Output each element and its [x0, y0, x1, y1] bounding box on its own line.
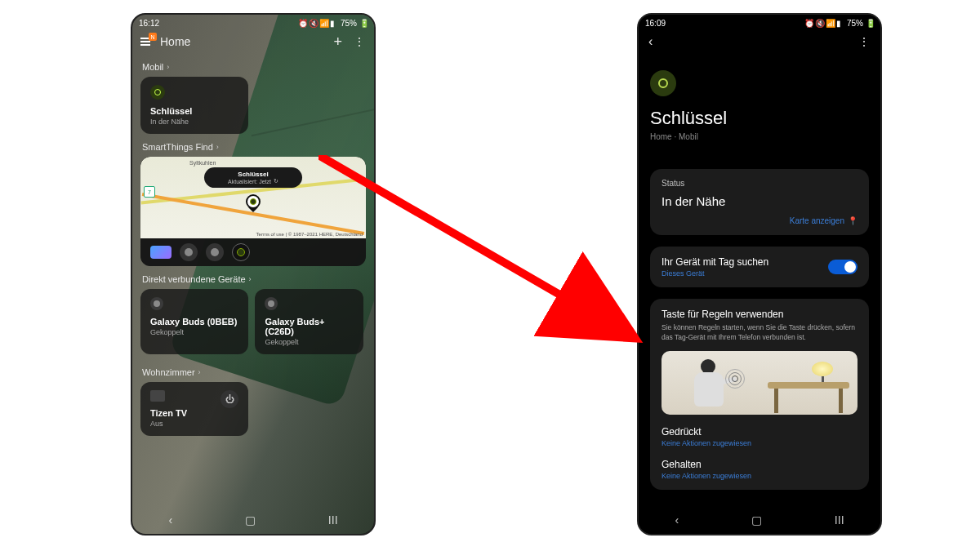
device-title: Tizen TV	[150, 408, 187, 418]
device-card-buds2[interactable]: Galaxy Buds+ (C26D) Gekoppelt	[255, 289, 363, 354]
app-bar: ‹ ⋮	[639, 29, 880, 54]
notification-badge: N	[149, 33, 157, 41]
search-tag-toggle[interactable]	[828, 260, 858, 274]
mute-icon: 🔇	[309, 19, 317, 27]
status-card: Status In der Nähe Karte anzeigen 📍	[650, 169, 869, 235]
status-time: 16:09	[645, 19, 666, 28]
alarm-icon: ⏰	[298, 19, 306, 27]
device-card-buds1[interactable]: Galaxy Buds (0BEB) Gekoppelt	[140, 289, 248, 354]
device-title: Galaxy Buds (0BEB)	[150, 317, 238, 327]
section-mobil-label: Mobil	[142, 62, 163, 72]
page-title: Home	[160, 35, 190, 48]
wifi-icon: 📶	[319, 19, 327, 27]
nav-home[interactable]: ▢	[245, 513, 256, 527]
action-held-sub: Keine Aktionen zugewiesen	[662, 472, 858, 480]
power-button[interactable]: ⏻	[220, 390, 238, 408]
find-tab-buds1[interactable]	[180, 243, 198, 261]
action-held-title: Gehalten	[662, 459, 858, 470]
nav-bar: ‹ ▢ III	[132, 506, 374, 534]
battery-icon: 🔋	[866, 19, 874, 27]
section-direct-label: Direkt verbundene Geräte	[142, 274, 246, 284]
device-sub: Gekoppelt	[150, 328, 238, 336]
battery-text: 75%	[847, 19, 863, 28]
phone-right: 16:09 ⏰ 🔇 📶 ▮ 75% 🔋 ‹ ⋮ Schlüssel Home ·…	[637, 13, 882, 535]
battery-text: 75%	[341, 19, 357, 28]
back-button[interactable]: ‹	[648, 34, 653, 49]
section-direct[interactable]: Direkt verbundene Geräte ›	[142, 274, 364, 284]
find-tab-phone[interactable]	[150, 246, 172, 259]
find-device-tabs	[140, 238, 366, 266]
find-tab-buds2[interactable]	[206, 243, 224, 261]
smarttag-icon	[150, 85, 165, 100]
menu-button[interactable]: N	[140, 34, 155, 49]
search-tag-card[interactable]: Ihr Gerät mit Tag suchen Dieses Gerät	[650, 247, 869, 287]
rules-desc: Sie können Regeln starten, wenn Sie die …	[662, 323, 858, 343]
map-bubble-title: Schlüssel	[212, 171, 294, 178]
rules-card: Taste für Regeln verwenden Sie können Re…	[650, 299, 869, 490]
mute-icon: 🔇	[815, 19, 823, 27]
rules-title: Taste für Regeln verwenden	[662, 309, 858, 320]
add-button[interactable]: +	[333, 34, 342, 49]
device-card-tv[interactable]: Tizen TV Aus ⏻	[140, 382, 248, 436]
content-scroll[interactable]: Mobil › Schlüssel In der Nähe SmartThing…	[132, 54, 374, 506]
chevron-right-icon: ›	[216, 143, 219, 151]
tv-icon	[150, 390, 165, 402]
section-room[interactable]: Wohnzimmer ›	[142, 367, 364, 377]
section-find[interactable]: SmartThings Find ›	[142, 142, 364, 152]
device-title: Galaxy Buds+ (C26D)	[265, 317, 353, 336]
find-tab-tag[interactable]	[232, 243, 250, 261]
chevron-right-icon: ›	[198, 368, 201, 376]
signal-icon: ▮	[330, 19, 338, 27]
nav-recents[interactable]: III	[835, 513, 844, 527]
show-map-link[interactable]: Karte anzeigen 📍	[662, 216, 858, 225]
map-bubble[interactable]: Schlüssel Aktualisiert: Jetzt ↻	[204, 167, 302, 188]
status-icons: ⏰ 🔇 📶 ▮ 75% 🔋	[804, 19, 874, 28]
tag-card-title: Schlüssel	[150, 106, 238, 116]
more-button[interactable]: ⋮	[354, 36, 366, 47]
pin-icon: 📍	[848, 216, 858, 225]
show-map-text: Karte anzeigen	[790, 216, 844, 225]
action-pressed[interactable]: Gedrückt Keine Aktionen zugewiesen	[662, 426, 858, 447]
map-bubble-sub: Aktualisiert: Jetzt	[228, 179, 271, 184]
smarttag-icon	[650, 70, 676, 96]
search-tag-sub: Dieses Gerät	[662, 269, 768, 278]
chevron-right-icon: ›	[167, 63, 169, 71]
chevron-right-icon: ›	[249, 275, 252, 283]
nav-recents[interactable]: III	[328, 513, 338, 527]
nav-home[interactable]: ▢	[751, 513, 762, 527]
screen-right: 16:09 ⏰ 🔇 📶 ▮ 75% 🔋 ‹ ⋮ Schlüssel Home ·…	[639, 15, 880, 534]
action-pressed-sub: Keine Aktionen zugewiesen	[662, 439, 858, 447]
nav-back[interactable]: ‹	[675, 513, 679, 527]
screen-left: 16:12 ⏰ 🔇 📶 ▮ 75% 🔋 N Home + ⋮	[132, 15, 374, 534]
refresh-icon[interactable]: ↻	[274, 178, 278, 184]
map-copyright: | © 1987–2021 HERE, Deutschland	[286, 232, 363, 237]
map-terms[interactable]: Terms of use	[256, 232, 284, 237]
section-mobil[interactable]: Mobil ›	[142, 62, 364, 72]
section-find-label: SmartThings Find	[142, 142, 213, 152]
status-icons: ⏰ 🔇 📶 ▮ 75% 🔋	[298, 19, 368, 28]
earbuds-icon	[150, 297, 163, 310]
map-pin[interactable]: Schlüssel Aktualisiert: Jetzt ↻	[246, 194, 261, 209]
device-sub: Aus	[150, 420, 187, 428]
status-label: Status	[662, 179, 858, 188]
alarm-icon: ⏰	[804, 19, 813, 27]
earbuds-icon	[265, 297, 278, 310]
detail-body[interactable]: Schlüssel Home · Mobil Status In der Näh…	[639, 54, 880, 506]
more-button[interactable]: ⋮	[858, 36, 871, 47]
action-held[interactable]: Gehalten Keine Aktionen zugewiesen	[662, 459, 858, 480]
tag-card-sub: In der Nähe	[150, 118, 238, 126]
action-pressed-title: Gedrückt	[662, 426, 858, 438]
search-tag-title: Ihr Gerät mit Tag suchen	[662, 256, 768, 268]
rules-illustration	[662, 351, 858, 415]
road-shield: 7	[144, 186, 155, 198]
wifi-icon: 📶	[826, 19, 834, 27]
map-preview[interactable]: 7 Syltkuhlen Schlüssel Aktualisiert: Jet…	[140, 157, 366, 238]
status-bar: 16:12 ⏰ 🔇 📶 ▮ 75% 🔋	[132, 15, 374, 29]
detail-title: Schlüssel	[650, 108, 869, 129]
find-map-card[interactable]: 7 Syltkuhlen Schlüssel Aktualisiert: Jet…	[140, 157, 366, 266]
nav-bar: ‹ ▢ III	[639, 506, 880, 534]
nav-back[interactable]: ‹	[168, 513, 172, 527]
tag-card-schluessel[interactable]: Schlüssel In der Nähe	[140, 77, 248, 134]
status-bar: 16:09 ⏰ 🔇 📶 ▮ 75% 🔋	[639, 15, 880, 29]
device-sub: Gekoppelt	[265, 338, 353, 346]
